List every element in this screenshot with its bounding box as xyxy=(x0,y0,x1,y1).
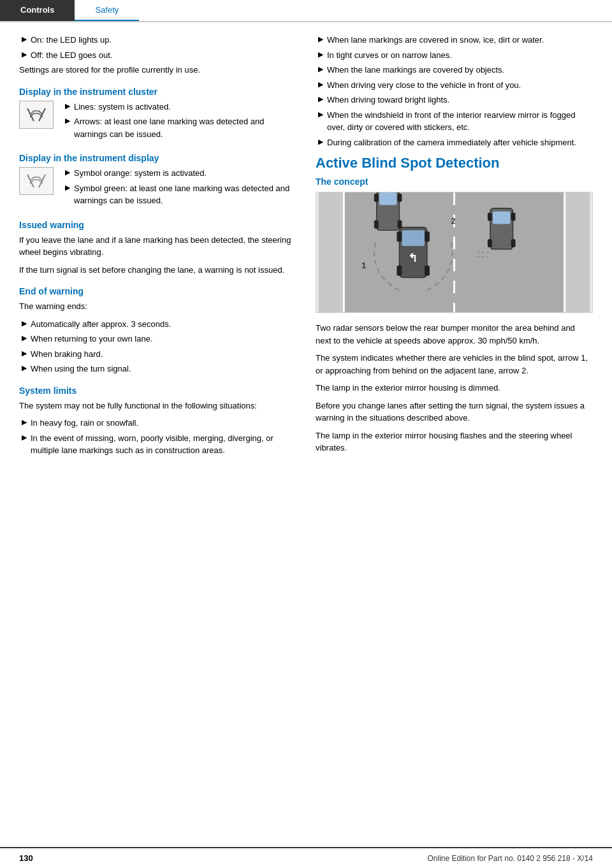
limit-bullet1: ▶ In heavy fog, rain or snowfall. xyxy=(22,417,296,430)
page-number: 130 xyxy=(19,853,33,863)
right-bullet5-text: When driving toward bright lights. xyxy=(327,94,449,106)
footer-text: Online Edition for Part no. 0140 2 956 2… xyxy=(427,854,593,863)
end-bullet2-text: When returning to your own lane. xyxy=(31,333,153,345)
bullet-arrow-icon: ▶ xyxy=(22,35,27,43)
cluster-bullets: ▶ Lines: system is activated. ▶ Arrows: … xyxy=(62,101,296,143)
cluster-icon-row: ▶ Lines: system is activated. ▶ Arrows: … xyxy=(19,101,296,143)
bullet-arrow-icon: ▶ xyxy=(318,138,323,146)
ego-car: ↰ xyxy=(397,227,429,277)
tab-controls[interactable]: Controls xyxy=(0,0,75,21)
right-bullet2: ▶ In tight curves or on narrow lanes. xyxy=(318,49,593,62)
car-right-ahead xyxy=(488,208,516,249)
cluster-bullet1: ▶ Lines: system is activated. xyxy=(65,101,296,113)
tab-safety[interactable]: Safety xyxy=(75,0,139,21)
svg-rect-20 xyxy=(374,221,379,229)
display-bullet1: ▶ Symbol orange: system is activated. xyxy=(65,167,296,180)
footer: 130 Online Edition for Part no. 0140 2 9… xyxy=(0,847,612,868)
svg-rect-17 xyxy=(379,192,397,205)
bullet-arrow-icon: ▶ xyxy=(22,433,27,442)
bullet-arrow-icon: ▶ xyxy=(22,349,27,358)
svg-rect-23 xyxy=(493,212,511,224)
right-bullet1-text: When lane markings are covered in snow, … xyxy=(327,34,544,47)
limit-bullet1-text: In heavy fog, rain or snowfall. xyxy=(31,417,138,430)
svg-rect-26 xyxy=(488,239,492,247)
svg-text:2: 2 xyxy=(451,216,456,226)
issued-warning-heading: Issued warning xyxy=(19,220,296,230)
bullet-arrow-icon: ▶ xyxy=(22,418,27,426)
bullet-arrow-icon: ▶ xyxy=(318,95,323,103)
right-bullet2-text: In tight curves or on narrow lanes. xyxy=(327,49,452,62)
cluster-bullet2-text: Arrows: at least one lane marking was de… xyxy=(74,115,296,140)
right-bullet6: ▶ When the windshield in front of the in… xyxy=(318,109,593,134)
bullet-arrow-icon: ▶ xyxy=(22,319,27,328)
bullet-arrow-icon: ▶ xyxy=(318,65,323,73)
right-bullet7: ▶ During calibration of the camera immed… xyxy=(318,136,593,149)
settings-text: Settings are stored for the profile curr… xyxy=(19,64,296,76)
right-bullet4-text: When driving very close to the vehicle i… xyxy=(327,79,521,92)
bullet-arrow-icon: ▶ xyxy=(318,50,323,59)
bullet-arrow-icon: ▶ xyxy=(65,102,70,110)
end-bullet3-text: When braking hard. xyxy=(31,348,103,361)
display-icon-box xyxy=(19,167,54,195)
cluster-icon-box xyxy=(19,101,54,129)
concept-p2: The system indicates whether there are v… xyxy=(316,352,593,377)
svg-rect-27 xyxy=(511,239,516,247)
concept-p3: The lamp in the exterior mirror housing … xyxy=(316,382,593,394)
limit-bullet2-text: In the event of missing, worn, poorly vi… xyxy=(31,432,296,457)
svg-rect-11 xyxy=(397,231,402,242)
display-icon-svg xyxy=(21,170,52,192)
limit-bullet2: ▶ In the event of missing, worn, poorly … xyxy=(22,432,296,457)
cluster-bullet2: ▶ Arrows: at least one lane marking was … xyxy=(65,115,296,140)
end-bullet1-text: Automatically after approx. 3 seconds. xyxy=(31,318,171,331)
right-bullet5: ▶ When driving toward bright lights. xyxy=(318,94,593,106)
end-of-warning-heading: End of warning xyxy=(19,286,296,296)
right-bullet3-text: When the lane markings are covered by ob… xyxy=(327,64,504,76)
cluster-heading: Display in the instrument cluster xyxy=(19,87,296,97)
svg-rect-21 xyxy=(397,221,402,229)
concept-p1: Two radar sensors below the rear bumper … xyxy=(316,322,593,347)
right-column: ▶ When lane markings are covered in snow… xyxy=(316,34,593,459)
on-bullet-text: On: the LED lights up. xyxy=(31,34,112,47)
concept-heading: The concept xyxy=(316,177,593,187)
header-tabs: Controls Safety xyxy=(0,0,612,22)
end-bullet4-text: When using the turn signal. xyxy=(31,363,131,375)
display-icon-row: ▶ Symbol orange: system is activated. ▶ … xyxy=(19,167,296,210)
display-bullets: ▶ Symbol orange: system is activated. ▶ … xyxy=(62,167,296,210)
bullet-arrow-icon: ▶ xyxy=(318,80,323,89)
bullet-arrow-icon: ▶ xyxy=(318,110,323,119)
svg-rect-18 xyxy=(374,194,379,202)
cluster-icon-svg xyxy=(21,103,52,126)
main-content: ▶ On: the LED lights up. ▶ Off: the LED … xyxy=(0,22,612,485)
off-bullet-item: ▶ Off: the LED goes out. xyxy=(22,49,296,62)
bullet-arrow-icon: ▶ xyxy=(22,364,27,372)
end-bullet4: ▶ When using the turn signal. xyxy=(22,363,296,375)
bullet-arrow-icon: ▶ xyxy=(22,50,27,59)
svg-rect-13 xyxy=(397,266,402,276)
right-bullet3: ▶ When the lane markings are covered by … xyxy=(318,64,593,76)
end-bullet2: ▶ When returning to your own lane. xyxy=(22,333,296,345)
issued-warning-p2: If the turn signal is set before changin… xyxy=(19,264,296,277)
right-bullet6-text: When the windshield in front of the inte… xyxy=(327,109,593,134)
display-bullet2-text: Symbol green: at least one lane marking … xyxy=(74,182,296,207)
right-bullet7-text: During calibration of the camera immedia… xyxy=(327,136,576,149)
end-bullet1: ▶ Automatically after approx. 3 seconds. xyxy=(22,318,296,331)
bullet-arrow-icon: ▶ xyxy=(22,334,27,342)
car-illustration: ↰ xyxy=(316,192,593,313)
end-bullet3: ▶ When braking hard. xyxy=(22,348,296,361)
system-limits-heading: System limits xyxy=(19,386,296,396)
issued-warning-p1: If you leave the lane and if a lane mark… xyxy=(19,234,296,259)
bullet-arrow-icon: ▶ xyxy=(65,117,70,125)
abs-heading: Active Blind Spot Detection xyxy=(316,155,593,171)
off-bullet-text: Off: the LED goes out. xyxy=(31,49,112,62)
right-bullet4: ▶ When driving very close to the vehicle… xyxy=(318,79,593,92)
system-limits-intro: The system may not be fully functional i… xyxy=(19,400,296,412)
display-bullet2: ▶ Symbol green: at least one lane markin… xyxy=(65,182,296,207)
blind-spot-diagram: ↰ xyxy=(316,192,592,312)
bullet-arrow-icon: ▶ xyxy=(65,168,70,177)
svg-rect-25 xyxy=(511,213,516,221)
right-bullet1: ▶ When lane markings are covered in snow… xyxy=(318,34,593,47)
svg-text:↰: ↰ xyxy=(408,252,418,264)
bullet-arrow-icon: ▶ xyxy=(318,35,323,43)
svg-rect-10 xyxy=(402,230,425,246)
svg-rect-24 xyxy=(488,213,492,221)
